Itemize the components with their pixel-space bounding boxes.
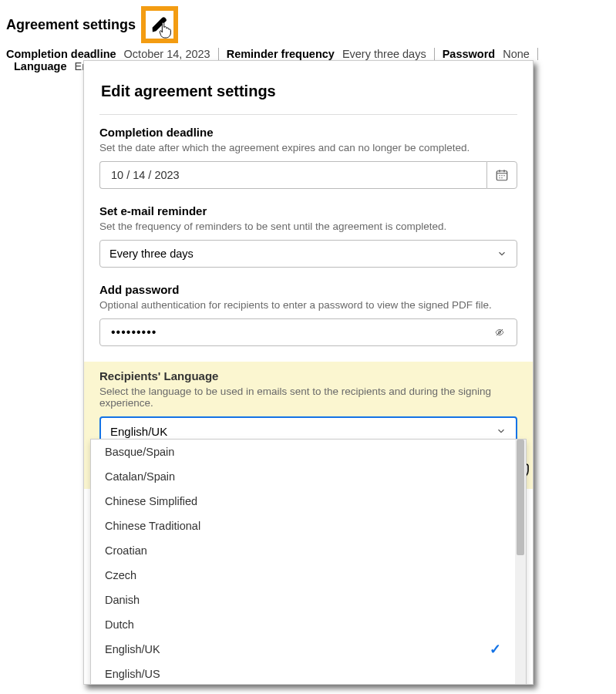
summary-language-label: Language xyxy=(14,60,66,72)
deadline-date-input[interactable]: 10 / 14 / 2023 xyxy=(99,161,486,189)
calendar-button[interactable] xyxy=(486,161,517,189)
section-language: Recipients' Language Select the language… xyxy=(84,362,533,489)
scrollbar-thumb[interactable] xyxy=(517,440,524,555)
section-deadline: Completion deadline Set the date after w… xyxy=(99,126,517,189)
language-option[interactable]: Dutch xyxy=(91,612,515,637)
deadline-desc: Set the date after which the agreement e… xyxy=(99,142,517,153)
language-desc: Select the language to be used in emails… xyxy=(99,386,517,409)
check-icon: ✓ xyxy=(490,641,501,658)
edit-agreement-button[interactable] xyxy=(141,6,178,43)
language-option[interactable]: Danish xyxy=(91,588,515,612)
language-title: Recipients' Language xyxy=(99,369,517,382)
language-option-label: English/US xyxy=(105,668,160,680)
password-value: ••••••••• xyxy=(111,325,157,339)
chevron-down-icon xyxy=(497,248,507,259)
reminder-title: Set e-mail reminder xyxy=(99,204,517,217)
language-option-label: Chinese Simplified xyxy=(105,495,197,507)
calendar-icon xyxy=(495,168,509,182)
language-option-label: Basque/Spain xyxy=(105,446,174,458)
summary-deadline-value: October 14, 2023 xyxy=(124,48,210,60)
pencil-icon xyxy=(151,16,168,33)
deadline-title: Completion deadline xyxy=(99,126,517,139)
reminder-desc: Set the frequency of reminders to be sen… xyxy=(99,221,517,232)
language-option-label: Catalan/Spain xyxy=(105,470,175,483)
summary-password-label: Password xyxy=(443,48,496,60)
language-option[interactable]: Czech xyxy=(91,563,515,588)
language-option[interactable]: Chinese Traditional xyxy=(91,514,515,538)
edit-agreement-modal: Edit agreement settings Completion deadl… xyxy=(83,60,534,685)
language-option[interactable]: Catalan/Spain xyxy=(91,464,515,489)
language-option[interactable]: Chinese Simplified xyxy=(91,489,515,514)
password-desc: Optional authentication for recipients t… xyxy=(99,299,517,311)
summary-reminder: Reminder frequency Every three days xyxy=(219,48,435,60)
summary-reminder-label: Reminder frequency xyxy=(227,48,335,60)
language-option[interactable]: Basque/Spain xyxy=(91,440,515,464)
summary-reminder-value: Every three days xyxy=(342,48,426,60)
scrollbar[interactable] xyxy=(515,440,526,685)
eye-off-icon xyxy=(495,325,504,340)
chevron-down-icon xyxy=(496,426,507,436)
summary-password: Password None xyxy=(435,48,538,60)
password-input[interactable]: ••••••••• xyxy=(99,318,517,346)
section-password: Add password Optional authentication for… xyxy=(99,283,517,346)
language-option[interactable]: Croatian xyxy=(91,538,515,563)
section-reminder: Set e-mail reminder Set the frequency of… xyxy=(99,204,517,268)
language-select-value: English/UK xyxy=(110,425,167,438)
language-option[interactable]: English/US xyxy=(91,662,515,685)
language-option-label: Croatian xyxy=(105,544,147,557)
deadline-date-value: 10 / 14 / 2023 xyxy=(111,169,180,181)
divider xyxy=(99,114,517,115)
language-option-label: Czech xyxy=(105,569,136,581)
agreement-settings-title: Agreement settings xyxy=(6,17,136,33)
summary-password-value: None xyxy=(503,48,530,60)
language-option-label: Dutch xyxy=(105,618,134,631)
language-option[interactable]: English/UK✓ xyxy=(91,637,515,662)
modal-title: Edit agreement settings xyxy=(101,83,517,100)
summary-deadline-label: Completion deadline xyxy=(6,48,116,60)
language-listbox: Basque/SpainCatalan/SpainChinese Simplif… xyxy=(90,439,527,685)
language-option-label: Chinese Traditional xyxy=(105,520,200,532)
language-option-label: Danish xyxy=(105,594,140,606)
reminder-select[interactable]: Every three days xyxy=(99,240,517,268)
reminder-select-value: Every three days xyxy=(109,248,194,260)
summary-deadline: Completion deadline October 14, 2023 xyxy=(6,48,219,60)
language-option-label: English/UK xyxy=(105,643,160,655)
password-title: Add password xyxy=(99,283,517,296)
toggle-password-visibility[interactable] xyxy=(490,323,509,342)
